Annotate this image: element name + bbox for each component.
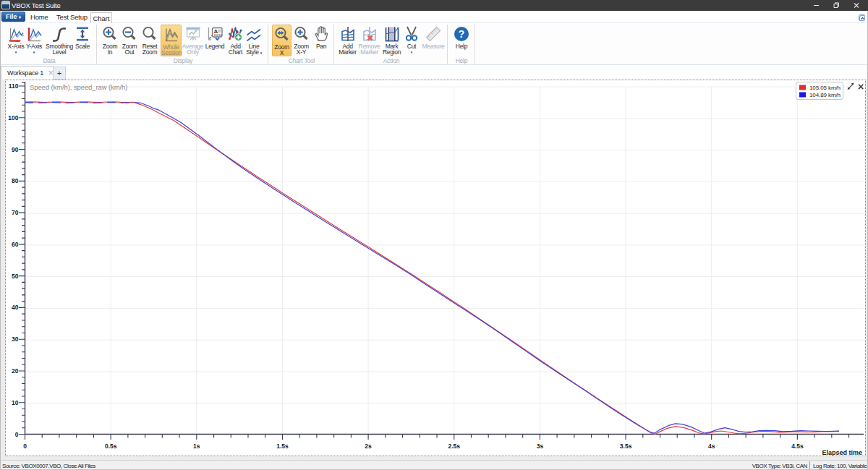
svg-text:Speed (km/h), speed_raw (km/h): Speed (km/h), speed_raw (km/h) xyxy=(30,83,127,91)
svg-text:A: A xyxy=(214,28,218,35)
svg-text:Elapsed time: Elapsed time xyxy=(822,449,862,456)
svg-text:60: 60 xyxy=(12,241,19,248)
svg-text:3s: 3s xyxy=(537,443,544,450)
svg-text:105.05 km/h: 105.05 km/h xyxy=(809,85,841,91)
svg-text:80: 80 xyxy=(12,177,19,184)
svg-text:100: 100 xyxy=(8,114,18,121)
svg-text:2.5s: 2.5s xyxy=(448,443,461,450)
svg-text:4.5s: 4.5s xyxy=(791,443,804,450)
svg-text:0: 0 xyxy=(15,431,19,438)
svg-text:10: 10 xyxy=(12,399,19,406)
svg-text:70: 70 xyxy=(12,209,19,216)
svg-text:0: 0 xyxy=(23,443,27,450)
svg-text:1.5s: 1.5s xyxy=(276,443,289,450)
svg-text:0.5s: 0.5s xyxy=(105,443,117,450)
svg-text:3.5s: 3.5s xyxy=(620,443,632,450)
svg-text:104.89 km/h: 104.89 km/h xyxy=(809,92,841,98)
svg-text:110: 110 xyxy=(9,82,19,90)
svg-text:40: 40 xyxy=(12,304,19,311)
svg-text:30: 30 xyxy=(12,336,19,343)
svg-text:20: 20 xyxy=(12,367,19,375)
svg-text:4s: 4s xyxy=(708,443,715,450)
svg-text:?: ? xyxy=(459,28,465,40)
svg-text:2s: 2s xyxy=(365,443,372,450)
svg-text:90: 90 xyxy=(12,146,19,153)
svg-text:50: 50 xyxy=(12,273,19,280)
svg-text:1s: 1s xyxy=(193,443,200,450)
